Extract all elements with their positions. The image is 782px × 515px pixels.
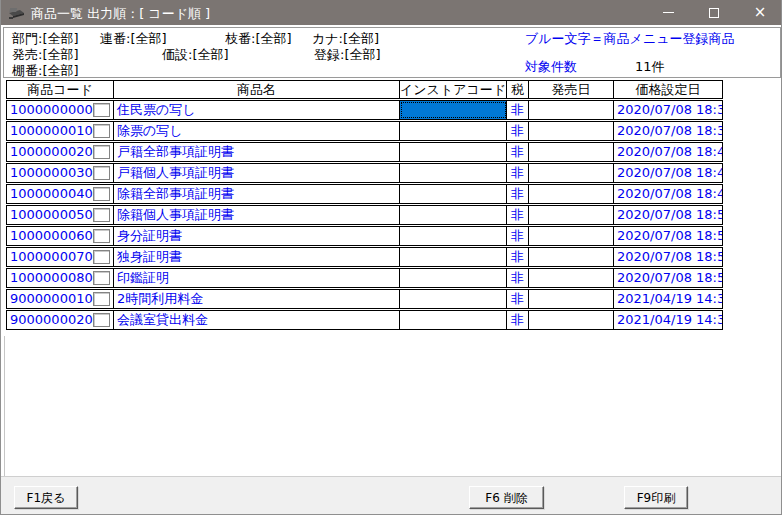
product-code-cell[interactable]: 100000008000 xyxy=(7,269,114,287)
price-date-cell[interactable]: 2020/07/08 18:49: xyxy=(614,185,722,203)
table-row[interactable]: 100000004000 除籍全部事項証明書 非 2020/07/08 18:4… xyxy=(6,184,723,204)
release-date-cell[interactable] xyxy=(529,122,614,140)
price-date-cell[interactable]: 2020/07/08 18:50: xyxy=(614,206,722,224)
product-code-cell[interactable]: 100000003000 xyxy=(7,164,114,182)
tax-cell[interactable]: 非 xyxy=(507,227,529,245)
row-checkbox[interactable] xyxy=(93,124,110,138)
row-checkbox[interactable] xyxy=(93,145,110,159)
release-date-cell[interactable] xyxy=(529,227,614,245)
table-row[interactable]: 900000001000 2時間利用料金 非 2021/04/19 14:36: xyxy=(6,289,723,309)
price-date-cell[interactable]: 2020/07/08 18:51:5 xyxy=(614,248,722,266)
tax-cell[interactable]: 非 xyxy=(507,143,529,161)
table-row[interactable]: 100000005000 除籍個人事項証明書 非 2020/07/08 18:5… xyxy=(6,205,723,225)
table-row[interactable]: 100000001000 除票の写し 非 2020/07/08 18:39: xyxy=(6,121,723,141)
product-code-cell[interactable]: 900000002000 xyxy=(7,311,114,329)
row-checkbox[interactable] xyxy=(93,208,110,222)
product-code-cell[interactable]: 100000001000 xyxy=(7,122,114,140)
filter-serial: 連番:[全部] xyxy=(100,30,167,48)
maximize-button[interactable] xyxy=(691,0,737,25)
instore-code-cell[interactable] xyxy=(400,248,507,266)
product-code-cell[interactable]: 100000000000 xyxy=(7,101,114,119)
release-date-cell[interactable] xyxy=(529,185,614,203)
tax-cell[interactable]: 非 xyxy=(507,164,529,182)
product-name-cell[interactable]: 戸籍全部事項証明書 xyxy=(114,143,400,161)
tax-cell[interactable]: 非 xyxy=(507,122,529,140)
product-name-cell[interactable]: 印鑑証明 xyxy=(114,269,400,287)
tax-cell[interactable]: 非 xyxy=(507,311,529,329)
header-tax: 税 xyxy=(507,81,529,98)
tax-cell[interactable]: 非 xyxy=(507,248,529,266)
table-row[interactable]: 100000007000 独身証明書 非 2020/07/08 18:51:5 xyxy=(6,247,723,267)
release-date-cell[interactable] xyxy=(529,164,614,182)
f6-delete-button[interactable]: F6 削除 xyxy=(469,486,544,509)
product-code-cell[interactable]: 100000007000 xyxy=(7,248,114,266)
product-name-cell[interactable]: 戸籍個人事項証明書 xyxy=(114,164,400,182)
f1-back-button[interactable]: F1戻る xyxy=(14,486,78,509)
tax-cell[interactable]: 非 xyxy=(507,269,529,287)
product-code-cell[interactable]: 100000002000 xyxy=(7,143,114,161)
product-code-cell[interactable]: 900000001000 xyxy=(7,290,114,308)
instore-code-cell[interactable] xyxy=(400,185,507,203)
release-date-cell[interactable] xyxy=(529,311,614,329)
row-checkbox[interactable] xyxy=(93,166,110,180)
row-checkbox[interactable] xyxy=(93,271,110,285)
table-row[interactable]: 100000008000 印鑑証明 非 2020/07/08 18:54: xyxy=(6,268,723,288)
instore-code-cell[interactable] xyxy=(400,164,507,182)
tax-cell[interactable]: 非 xyxy=(507,290,529,308)
minimize-button[interactable] xyxy=(645,0,691,25)
product-code-cell[interactable]: 100000004000 xyxy=(7,185,114,203)
table-row[interactable]: 100000006000 身分証明書 非 2020/07/08 18:51: xyxy=(6,226,723,246)
release-date-cell[interactable] xyxy=(529,290,614,308)
instore-code-cell[interactable] xyxy=(400,269,507,287)
tax-cell[interactable]: 非 xyxy=(507,185,529,203)
tax-flag: 非 xyxy=(511,270,524,285)
price-date-cell[interactable]: 2021/04/19 14:36: xyxy=(614,290,722,308)
table-row[interactable]: 100000003000 戸籍個人事項証明書 非 2020/07/08 18:4… xyxy=(6,163,723,183)
table-row[interactable]: 100000002000 戸籍全部事項証明書 非 2020/07/08 18:4… xyxy=(6,142,723,162)
price-date-cell[interactable]: 2020/07/08 18:46: xyxy=(614,143,722,161)
close-button[interactable]: × xyxy=(737,0,782,25)
product-name-cell[interactable]: 住民票の写し xyxy=(114,101,400,119)
instore-code-cell[interactable] xyxy=(400,311,507,329)
release-date-cell[interactable] xyxy=(529,101,614,119)
price-date-cell[interactable]: 2020/07/08 18:54: xyxy=(614,269,722,287)
release-date-cell[interactable] xyxy=(529,248,614,266)
instore-code-cell[interactable] xyxy=(400,206,507,224)
product-name-cell[interactable]: 除票の写し xyxy=(114,122,400,140)
price-date-cell[interactable]: 2020/07/08 18:51: xyxy=(614,227,722,245)
product-name-cell[interactable]: 身分証明書 xyxy=(114,227,400,245)
tax-cell[interactable]: 非 xyxy=(507,206,529,224)
row-checkbox[interactable] xyxy=(93,229,110,243)
price-date-cell[interactable]: 2020/07/08 18:47: xyxy=(614,164,722,182)
price-date-cell[interactable]: 2020/07/08 18:39: xyxy=(614,122,722,140)
release-date-cell[interactable] xyxy=(529,206,614,224)
product-name-cell[interactable]: 除籍個人事項証明書 xyxy=(114,206,400,224)
release-date-cell[interactable] xyxy=(529,269,614,287)
table-row[interactable]: 100000000000 住民票の写し 非 2020/07/08 18:38: xyxy=(6,100,723,120)
instore-code-cell[interactable] xyxy=(400,227,507,245)
product-name-cell[interactable]: 会議室貸出料金 xyxy=(114,311,400,329)
product-name: 戸籍個人事項証明書 xyxy=(117,165,234,180)
product-name-cell[interactable]: 除籍全部事項証明書 xyxy=(114,185,400,203)
tax-cell[interactable]: 非 xyxy=(507,101,529,119)
price-date: 2021/04/19 14:36: xyxy=(617,291,722,306)
row-checkbox[interactable] xyxy=(93,250,110,264)
price-date-cell[interactable]: 2020/07/08 18:38: xyxy=(614,101,722,119)
row-checkbox[interactable] xyxy=(93,313,110,327)
instore-code-cell[interactable] xyxy=(400,143,507,161)
release-date-cell[interactable] xyxy=(529,143,614,161)
row-checkbox[interactable] xyxy=(93,187,110,201)
instore-code-cell[interactable] xyxy=(400,122,507,140)
product-code-cell[interactable]: 100000005000 xyxy=(7,206,114,224)
product-code-cell[interactable]: 100000006000 xyxy=(7,227,114,245)
row-checkbox[interactable] xyxy=(93,292,110,306)
f9-print-button[interactable]: F9印刷 xyxy=(624,486,688,509)
product-name-cell[interactable]: 独身証明書 xyxy=(114,248,400,266)
product-name-cell[interactable]: 2時間利用料金 xyxy=(114,290,400,308)
price-date-cell[interactable]: 2021/04/19 14:37:5 xyxy=(614,311,722,329)
instore-code-cell[interactable] xyxy=(400,290,507,308)
instore-code-cell[interactable] xyxy=(400,101,507,119)
table-row[interactable]: 900000002000 会議室貸出料金 非 2021/04/19 14:37:… xyxy=(6,310,723,330)
product-name: 除票の写し xyxy=(117,123,183,138)
row-checkbox[interactable] xyxy=(93,103,110,117)
